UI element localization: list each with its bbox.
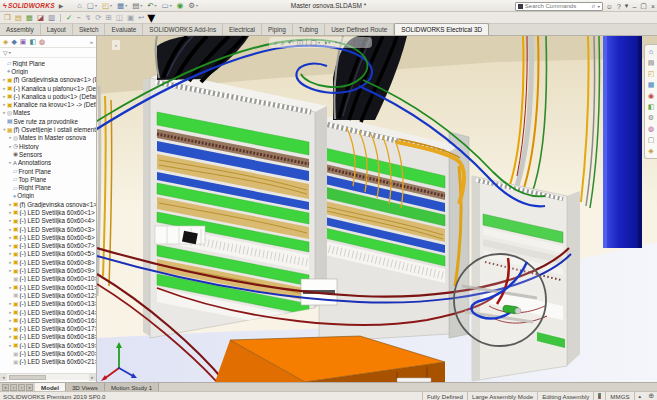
- doc-tab-model[interactable]: Model: [35, 383, 66, 391]
- doc-tab-3d-views[interactable]: 3D Views: [66, 383, 105, 391]
- design-library-icon[interactable]: ▤: [648, 58, 655, 68]
- tree-item[interactable]: ▸▣(-) LED Svetiljka 60x60<4> (Def: [0, 217, 96, 225]
- route-cables-icon[interactable]: ↯: [84, 13, 92, 23]
- tree-item[interactable]: ▣(-) LED Svetiljka 60x60<10> (De: [0, 275, 96, 283]
- search-icon[interactable]: ⌕: [592, 2, 596, 10]
- validate-check-icon[interactable]: ✓: [65, 13, 73, 23]
- tree-item[interactable]: ▸AAnnotations: [0, 159, 96, 167]
- search-type-icon[interactable]: [518, 4, 523, 9]
- tree-item[interactable]: ▸▣(-) LED Svetiljka 60x60<13> (De: [0, 300, 96, 308]
- help-icon[interactable]: ?: [617, 3, 621, 10]
- tree-item[interactable]: ▸▣(-) LED Svetiljka 60x60<5> (Def: [0, 250, 96, 258]
- task-home-icon[interactable]: ⌂: [649, 47, 653, 57]
- tab-solidworks-add-ins[interactable]: SOLIDWORKS Add-Ins: [143, 23, 223, 35]
- reroute-icon[interactable]: ⟳: [94, 13, 102, 23]
- tab-piping[interactable]: Piping: [262, 23, 293, 35]
- dropdown-caret-icon[interactable]: ▾: [125, 3, 127, 8]
- print-icon[interactable]: ▤▾: [130, 1, 144, 11]
- filter-caret-icon[interactable]: ▾: [9, 50, 11, 55]
- tab-evaluate[interactable]: Evaluate: [105, 23, 143, 35]
- tree-horizontal-scrollbar[interactable]: ◂ ▸: [0, 373, 96, 380]
- configurationmanager-tab-icon[interactable]: ▣: [20, 38, 27, 46]
- tree-item[interactable]: ▱Front Plane: [0, 167, 96, 175]
- statusbar-expand-icon[interactable]: ▴: [634, 392, 646, 400]
- electrical-project-icon[interactable]: ❒: [3, 13, 12, 23]
- tree-item[interactable]: ▸◷History: [0, 142, 96, 150]
- custom-properties-icon[interactable]: ⚙: [648, 113, 654, 123]
- restore-icon[interactable]: ▢: [640, 2, 647, 10]
- rebuild-icon[interactable]: ◉: [175, 1, 186, 11]
- tree-item[interactable]: ▸◎Mates: [0, 109, 96, 117]
- search-box[interactable]: ⌕ ▾: [515, 2, 603, 11]
- displaymanager-tab-icon[interactable]: ◍: [39, 38, 45, 46]
- tree-item[interactable]: ▸▣(-) LED Svetiljka 60x60<7> (Def: [0, 242, 96, 250]
- resources-icon[interactable]: ◍: [648, 124, 654, 134]
- tab-nav-icon-3[interactable]: »: [26, 384, 33, 391]
- new-document-icon[interactable]: ▢▾: [85, 1, 99, 11]
- doc-tab-motion-study-1[interactable]: Motion Study 1: [105, 383, 159, 391]
- zoom-area-icon[interactable]: ⌕: [281, 39, 285, 47]
- view-orientation-icon[interactable]: ▢▾: [310, 39, 320, 47]
- tab-nav-icon-2[interactable]: ›: [18, 384, 25, 391]
- tree-item[interactable]: ▸◎Mates in Master osnova: [0, 134, 96, 142]
- tree-item[interactable]: ▸▣(-) LED Svetiljka 60x60<18> (De: [0, 333, 96, 341]
- graphics-area[interactable]: ⌕⌕↶◫▢▾◑▾◔▾◌▾❑▾ ⌂▤◰▦◉◧⚙◍▢◈: [97, 36, 657, 382]
- tree-item[interactable]: ▸▣(-) LED Svetiljka 60x60<9> (Def: [0, 266, 96, 274]
- tree-item[interactable]: ▱Top Plane: [0, 175, 96, 183]
- section-view-icon[interactable]: ◫: [297, 39, 304, 47]
- hide-show-items-icon[interactable]: ◔▾: [333, 39, 340, 46]
- tree-filter[interactable]: ▽ ▾: [0, 48, 96, 58]
- tree-item[interactable]: ▸▣(-) LED Svetiljka 60x60<14> (De: [0, 308, 96, 316]
- tab-solidworks-electrical-3d[interactable]: SOLIDWORKS Electrical 3D: [394, 23, 489, 35]
- tree-item[interactable]: ▣(-) LED Svetiljka 60x60<12> (De: [0, 291, 96, 299]
- add-cabinet-icon[interactable]: ▣: [126, 13, 135, 23]
- help-caret-icon[interactable]: ▾: [625, 2, 629, 10]
- status-units[interactable]: MMGS: [605, 392, 633, 400]
- search-caret-icon[interactable]: ▾: [598, 4, 600, 9]
- tree-item[interactable]: ▤Sve rute za provodnike: [0, 117, 96, 125]
- route-wires-icon[interactable]: ⌁: [75, 13, 82, 23]
- tree-item[interactable]: ▾▦(f) Osvetljenje i ostali elementi<1: [0, 125, 96, 133]
- login-icon[interactable]: ☺: [606, 3, 613, 10]
- terminal-strip-icon[interactable]: ▦: [25, 13, 34, 23]
- archive-environment-icon[interactable]: ▤: [14, 13, 23, 23]
- filter-icon[interactable]: ▽: [3, 49, 8, 56]
- search-input[interactable]: [525, 3, 590, 9]
- scenes-icon[interactable]: ◧: [648, 102, 655, 112]
- performance-indicator-icon[interactable]: [593, 392, 605, 400]
- globe-icon[interactable]: ⊕: [645, 392, 657, 400]
- tree-item[interactable]: ▸▣(-) LED Svetiljka 60x60<17> (De: [0, 325, 96, 333]
- tree-item[interactable]: ▣(-) LED Svetiljka 60x60<21> (De: [0, 358, 96, 366]
- dropdown-caret-icon[interactable]: ▾: [140, 3, 142, 8]
- tab-electrical[interactable]: Electrical: [223, 23, 262, 35]
- select-icon[interactable]: ▭▾: [160, 1, 174, 11]
- previous-view-icon[interactable]: ↶: [288, 39, 294, 47]
- dropdown-caret-icon[interactable]: ▾: [170, 3, 172, 8]
- tree-item[interactable]: ▸▣(-) Kanalica u podu<1> (Defau: [0, 92, 96, 100]
- home-icon[interactable]: ⌂: [75, 1, 84, 11]
- tree-item[interactable]: ⌖Origin: [0, 67, 96, 75]
- tree-item[interactable]: ◉Sensors: [0, 150, 96, 158]
- view-palette-icon[interactable]: ▦: [648, 80, 655, 90]
- options-icon[interactable]: ⚙▾: [186, 1, 200, 11]
- tree-item[interactable]: ▸▣(-) LED Svetiljka 60x60<19> (De: [0, 341, 96, 349]
- scroll-right-icon[interactable]: ▸: [89, 374, 96, 381]
- dropdown-caret-icon[interactable]: ▾: [196, 3, 198, 8]
- tab-layout[interactable]: Layout: [41, 23, 73, 35]
- display-style-icon[interactable]: ◑▾: [323, 39, 330, 46]
- tree-item[interactable]: ▸▣(-) LED Svetiljka 60x60<11> (De: [0, 283, 96, 291]
- tree-item[interactable]: ▸▣Kanalice na krovu<1> -> (Defa: [0, 100, 96, 108]
- cabinet-layout-icon[interactable]: ▥: [47, 13, 56, 23]
- undo-route-icon[interactable]: ↩: [137, 13, 145, 23]
- tab-nav-icon-0[interactable]: «: [2, 384, 9, 391]
- file-explorer-icon[interactable]: ◰: [648, 69, 655, 79]
- appearances-icon[interactable]: ◉: [648, 91, 654, 101]
- dimxpert-tab-icon[interactable]: ◧: [29, 38, 36, 46]
- dropdown-caret-icon[interactable]: ▾: [365, 40, 367, 45]
- open-icon[interactable]: ◰▾: [100, 1, 114, 11]
- comment-icon[interactable]: ❑▾: [358, 39, 367, 47]
- tree-item[interactable]: ▱Right Plane: [0, 183, 96, 191]
- tab-assembly[interactable]: Assembly: [0, 23, 41, 35]
- close-icon[interactable]: ×: [651, 3, 655, 10]
- tree-item[interactable]: ▸▣(-) LED Svetiljka 60x60<3> (Def: [0, 225, 96, 233]
